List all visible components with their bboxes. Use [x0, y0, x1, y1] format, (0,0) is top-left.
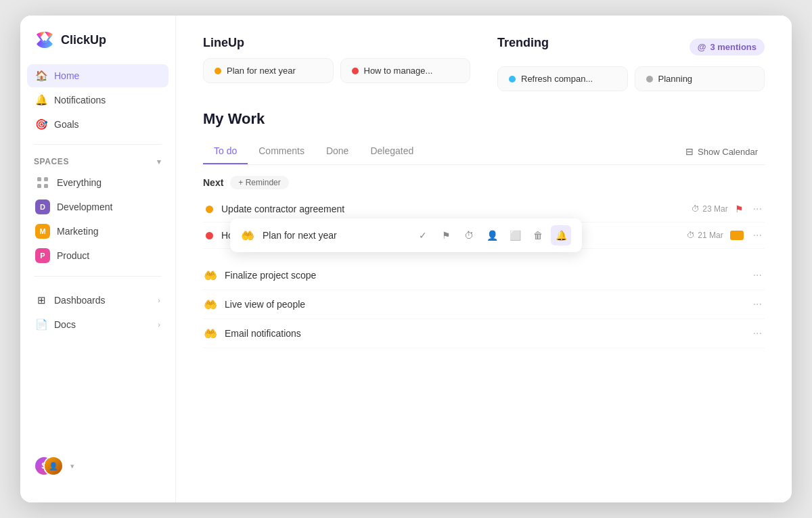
clock-icon-2: ⏱	[687, 231, 695, 240]
docs-left: 📄 Docs	[35, 319, 76, 331]
home-icon: 🏠	[35, 70, 47, 82]
popup-task-name: Plan for next year	[263, 230, 407, 241]
sidebar-item-goals-label: Goals	[54, 119, 79, 130]
top-section: LineUp Plan for next year How to manage.…	[203, 36, 765, 91]
sidebar-item-marketing[interactable]: M Marketing	[27, 219, 168, 243]
later-task-3[interactable]: 🤲 Email notifications ···	[203, 319, 765, 348]
lineup-section: LineUp Plan for next year How to manage.…	[203, 36, 470, 91]
trending-card-dot-1	[509, 76, 516, 83]
sidebar-item-notifications[interactable]: 🔔 Notifications	[27, 89, 168, 112]
popup-check-button[interactable]: ✓	[413, 225, 433, 245]
trending-card-1[interactable]: Refresh compan...	[497, 66, 628, 91]
later-section: 🤲 Finalize project scope ··· 🤲 Live view…	[203, 261, 765, 348]
later-task-more-1[interactable]: ···	[750, 269, 765, 281]
at-icon: @	[698, 42, 706, 52]
sidebar-item-development[interactable]: D Development	[27, 195, 168, 219]
sidebar-item-dashboards[interactable]: ⊞ Dashboards ›	[27, 289, 168, 312]
popup-time-button[interactable]: ⏱	[459, 225, 479, 245]
sidebar-bottom-nav: ⊞ Dashboards › 📄 Docs ›	[20, 289, 175, 336]
sidebar-item-marketing-label: Marketing	[57, 226, 98, 237]
task-more-2[interactable]: ···	[750, 229, 765, 241]
popup-assign-button[interactable]: 👤	[482, 225, 502, 245]
sidebar-item-product[interactable]: P Product	[27, 243, 168, 268]
task-name-1: Update contractor agreement	[221, 204, 692, 214]
tab-delegated[interactable]: Delegated	[359, 139, 424, 164]
tab-comments[interactable]: Comments	[248, 139, 315, 164]
sidebar-item-home[interactable]: 🏠 Home	[27, 64, 168, 87]
svg-rect-2	[37, 184, 41, 188]
docs-icon: 📄	[35, 319, 47, 331]
chevron-right-icon: ›	[158, 296, 160, 304]
goals-icon: 🎯	[35, 118, 47, 131]
spaces-header[interactable]: Spaces ▾	[20, 153, 175, 170]
trending-cards: Refresh compan... Planning	[497, 66, 765, 91]
reminder-button[interactable]: + Reminder	[230, 176, 288, 189]
my-work-section: My Work To do Comments Done Delegated	[203, 110, 765, 348]
clickup-logo-icon	[34, 29, 55, 51]
chevron-down-icon: ▾	[157, 158, 162, 166]
development-icon: D	[35, 199, 50, 214]
show-calendar-button[interactable]: ⊟ Show Calendar	[679, 142, 765, 161]
calendar-icon: ⊟	[685, 146, 694, 157]
main-content: LineUp Plan for next year How to manage.…	[176, 16, 792, 502]
task-status-dot-2	[206, 232, 213, 239]
sidebar-item-notifications-label: Notifications	[54, 95, 106, 105]
sidebar-item-docs[interactable]: 📄 Docs ›	[27, 313, 168, 336]
later-task-more-3[interactable]: ···	[750, 327, 765, 339]
sidebar-item-dashboards-label: Dashboards	[54, 295, 106, 306]
sidebar-item-everything[interactable]: Everything	[27, 170, 168, 195]
my-work-title: My Work	[203, 110, 765, 128]
lineup-title: LineUp	[203, 36, 470, 50]
everything-grid-icon	[35, 175, 50, 190]
avatar-secondary: 👤	[43, 456, 64, 476]
sidebar-item-docs-label: Docs	[54, 319, 76, 330]
tab-todo[interactable]: To do	[203, 139, 248, 164]
trending-card-2[interactable]: Planning	[635, 66, 765, 91]
sidebar-item-everything-label: Everything	[57, 177, 102, 188]
later-task-2[interactable]: 🤲 Live view of people ···	[203, 290, 765, 319]
popup-date-button[interactable]: ⬜	[505, 225, 525, 245]
chevron-right-icon-2: ›	[158, 321, 160, 329]
task-flag-1: ⚑	[735, 204, 744, 214]
task-meta-1: ⏱ 23 Mar ⚑ ···	[692, 203, 765, 215]
popup-actions: ✓ ⚑ ⏱ 👤 ⬜ 🗑 🔔	[413, 225, 571, 245]
marketing-icon: M	[35, 224, 50, 239]
trending-title: Trending	[497, 36, 549, 50]
footer-chevron-icon: ▾	[70, 462, 74, 471]
popup-task-icon: 🤲	[241, 229, 254, 242]
popup-flag-button[interactable]: ⚑	[436, 225, 456, 245]
svg-rect-1	[44, 177, 48, 181]
next-label: Next	[203, 177, 223, 188]
clock-icon-1: ⏱	[692, 204, 700, 214]
later-task-1[interactable]: 🤲 Finalize project scope ···	[203, 261, 765, 290]
popup-delete-button[interactable]: 🗑	[528, 225, 548, 245]
trending-header: Trending @ 3 mentions	[497, 36, 765, 58]
lineup-card-dot-2	[352, 68, 359, 74]
later-task-name-1: Finalize project scope	[225, 270, 750, 281]
lineup-cards: Plan for next year How to manage...	[203, 58, 470, 83]
sidebar-divider-2	[34, 276, 162, 277]
lineup-card-1[interactable]: Plan for next year	[203, 58, 334, 83]
lineup-card-2[interactable]: How to manage...	[340, 58, 471, 83]
task-more-1[interactable]: ···	[750, 203, 765, 215]
popup-bell-button[interactable]: 🔔	[551, 225, 571, 245]
later-task-name-2: Live view of people	[225, 299, 750, 310]
sidebar-item-goals[interactable]: 🎯 Goals	[27, 113, 168, 136]
later-task-more-2[interactable]: ···	[750, 298, 765, 310]
task-color-badge-2	[730, 231, 744, 240]
later-task-name-3: Email notifications	[225, 328, 750, 339]
sidebar-nav: 🏠 Home 🔔 Notifications 🎯 Goals	[20, 64, 175, 136]
logo: ClickUp	[20, 29, 175, 64]
tasks-container: Next + Reminder Update contractor agreem…	[203, 165, 765, 348]
tab-done[interactable]: Done	[315, 139, 359, 164]
mentions-badge[interactable]: @ 3 mentions	[690, 39, 765, 55]
product-icon: P	[35, 248, 50, 263]
sidebar-footer[interactable]: S 👤 ▾	[20, 443, 175, 489]
later-task-icon-3: 🤲	[203, 326, 218, 341]
app-window: ClickUp 🏠 Home 🔔 Notifications 🎯 Goals S…	[20, 16, 792, 502]
sidebar-item-development-label: Development	[57, 202, 113, 212]
task-item-2[interactable]: How to manage event planning ⏱ 21 Mar ··…	[203, 222, 765, 249]
tabs-row: To do Comments Done Delegated ⊟ Show Cal…	[203, 139, 765, 165]
spaces-label: Spaces	[34, 157, 69, 166]
trending-section: Trending @ 3 mentions Refresh compan... …	[497, 36, 765, 91]
